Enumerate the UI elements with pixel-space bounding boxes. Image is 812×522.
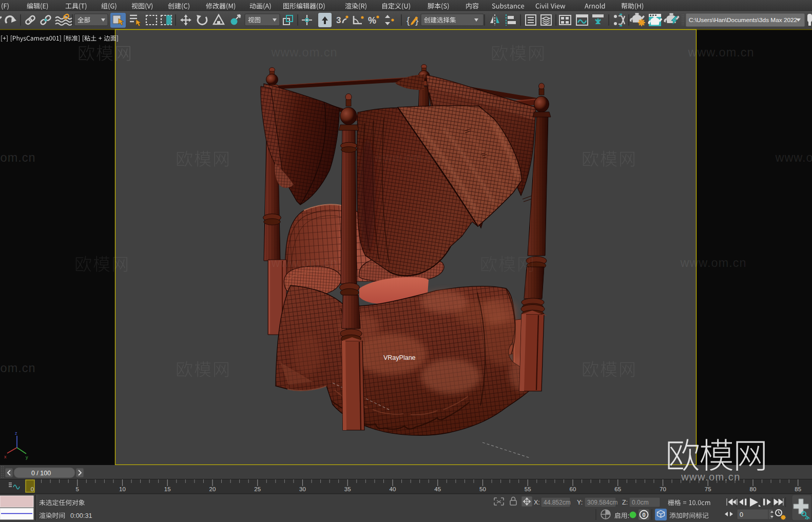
svg-text:www.om.cn: www.om.cn xyxy=(270,256,337,269)
svg-text:Y:: Y: xyxy=(577,499,583,506)
svg-text:x: x xyxy=(4,454,7,459)
svg-text:45: 45 xyxy=(434,486,441,492)
svg-text:Z:: Z: xyxy=(622,499,628,506)
svg-text:y: y xyxy=(26,455,28,460)
svg-text:0:00:31: 0:00:31 xyxy=(70,512,92,519)
svg-text:0: 0 xyxy=(740,511,743,518)
svg-text:85: 85 xyxy=(795,486,801,492)
svg-text:{: { xyxy=(407,15,410,26)
svg-text:0.0cm: 0.0cm xyxy=(632,499,649,506)
svg-text:50: 50 xyxy=(479,486,486,492)
svg-text:www.om.cn: www.om.cn xyxy=(373,151,440,164)
svg-text:www.om.cn: www.om.cn xyxy=(270,46,337,59)
svg-text:20: 20 xyxy=(209,486,216,492)
svg-text:55: 55 xyxy=(525,486,531,492)
svg-text:0 / 100: 0 / 100 xyxy=(31,470,51,477)
svg-text:3: 3 xyxy=(336,15,341,25)
svg-text:75: 75 xyxy=(705,486,711,492)
svg-text:80: 80 xyxy=(750,486,757,492)
svg-text:30: 30 xyxy=(299,486,306,492)
svg-text:15: 15 xyxy=(164,486,171,492)
svg-text:44.852cm: 44.852cm xyxy=(544,499,571,506)
svg-text:www.om.cn: www.om.cn xyxy=(687,46,754,59)
svg-text:60: 60 xyxy=(570,486,576,492)
svg-text:%: % xyxy=(368,15,376,26)
svg-text:www.om.cn: www.om.cn xyxy=(681,471,741,482)
svg-text:5: 5 xyxy=(76,486,79,492)
svg-text:35: 35 xyxy=(344,486,351,492)
svg-text:www.om.cn: www.om.cn xyxy=(680,256,746,269)
svg-text:0: 0 xyxy=(642,512,645,518)
svg-text:www.om.cn: www.om.cn xyxy=(0,151,36,164)
svg-text:65: 65 xyxy=(614,486,621,492)
svg-text:VRayPlane: VRayPlane xyxy=(383,354,416,361)
svg-text:www.om.cn: www.om.cn xyxy=(775,151,812,164)
svg-text:25: 25 xyxy=(254,486,261,492)
svg-text:309.584cm: 309.584cm xyxy=(587,499,617,506)
svg-text:70: 70 xyxy=(660,486,666,492)
svg-text:10: 10 xyxy=(119,486,126,492)
svg-text:0: 0 xyxy=(31,486,34,492)
svg-text:X:: X: xyxy=(534,499,540,506)
svg-text:z: z xyxy=(15,431,17,436)
svg-text:40: 40 xyxy=(390,486,396,492)
svg-text:C:\Users\Han\Documents\3ds Max: C:\Users\Han\Documents\3ds Max 2022 xyxy=(689,16,797,24)
svg-text:www.om.cn: www.om.cn xyxy=(0,361,36,375)
